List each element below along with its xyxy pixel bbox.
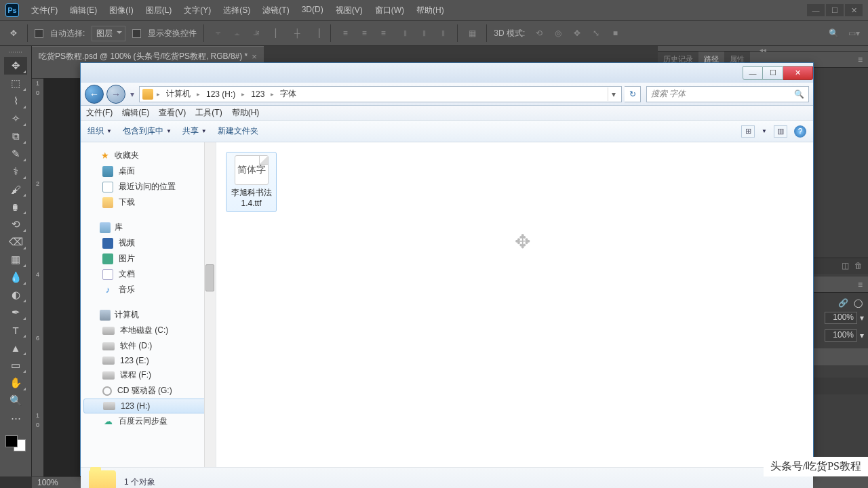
include-library-button[interactable]: 包含到库中▼ <box>123 125 172 137</box>
menu-help[interactable]: 帮助(H) <box>232 107 260 119</box>
menu-view[interactable]: 视图(V) <box>330 3 368 18</box>
fill-value[interactable]: 100% <box>825 329 857 342</box>
align-hcenter-icon[interactable]: ┼ <box>290 26 304 41</box>
mask-icon[interactable]: ◯ <box>854 298 863 304</box>
nav-history-dropdown[interactable]: ▾ <box>128 85 136 103</box>
menu-type[interactable]: 文字(Y) <box>178 3 216 18</box>
file-item-font[interactable]: 简体字 李旭科书法1.4.ttf <box>226 152 277 212</box>
delete-path-icon[interactable]: 🗑 <box>854 261 863 271</box>
explorer-titlebar[interactable]: — ☐ ✕ <box>81 63 813 83</box>
refresh-button[interactable]: ↻ <box>625 86 641 102</box>
menu-window[interactable]: 窗口(W) <box>370 3 410 18</box>
3d-drag-icon[interactable]: ✥ <box>570 26 585 41</box>
more-tools[interactable]: ⋯ <box>4 409 27 427</box>
healing-brush-tool[interactable]: ⚕ <box>4 163 27 180</box>
sidebar-item-pictures[interactable]: 图片 <box>81 251 216 266</box>
foreground-color[interactable] <box>5 435 18 447</box>
new-folder-button[interactable]: 新建文件夹 <box>218 125 258 137</box>
address-dropdown-icon[interactable]: ▾ <box>608 87 618 101</box>
chevron-right-icon[interactable]: ▸ <box>239 91 247 98</box>
move-tool[interactable]: ✥ <box>4 57 27 75</box>
ps-close-icon[interactable]: ✕ <box>845 4 863 16</box>
nav-back-button[interactable]: ← <box>85 85 104 104</box>
breadcrumb-computer[interactable]: 计算机 <box>163 87 193 101</box>
distribute-vcenter-icon[interactable]: ≡ <box>357 26 372 41</box>
explorer-close-button[interactable]: ✕ <box>783 66 813 80</box>
explorer-content[interactable]: 简体字 李旭科书法1.4.ttf ✥ <box>216 142 813 467</box>
sidebar-item-videos[interactable]: 视频 <box>81 235 216 251</box>
distribute-bottom-icon[interactable]: ≡ <box>376 26 391 41</box>
type-tool[interactable]: T <box>4 321 27 339</box>
distribute-hcenter-icon[interactable]: ⦀ <box>416 26 431 41</box>
workspace-icon[interactable]: ▭▾ <box>846 26 861 41</box>
history-brush-tool[interactable]: ⟲ <box>4 216 27 233</box>
menu-view[interactable]: 查看(V) <box>159 107 186 119</box>
sidebar-favorites[interactable]: ★收藏夹 <box>81 148 216 163</box>
link-icon[interactable]: 🔗 <box>838 298 848 304</box>
toolbox-grip-icon[interactable] <box>2 50 29 54</box>
sidebar-item-documents[interactable]: 文档 <box>81 266 216 282</box>
menu-edit[interactable]: 编辑(E) <box>64 3 102 18</box>
distribute-left-icon[interactable]: ⦀ <box>397 26 412 41</box>
ps-minimize-icon[interactable]: — <box>807 4 825 16</box>
align-bottom-icon[interactable]: ⫡ <box>249 26 264 41</box>
marquee-tool[interactable]: ⬚ <box>4 75 27 92</box>
sidebar-scrollbar[interactable] <box>204 142 216 467</box>
menu-3d[interactable]: 3D(D) <box>296 3 329 18</box>
magic-wand-tool[interactable]: ✧ <box>4 110 27 127</box>
dodge-tool[interactable]: ◐ <box>4 286 27 304</box>
align-vcenter-icon[interactable]: ⫠ <box>230 26 245 41</box>
zoom-level[interactable]: 100% <box>37 478 58 487</box>
sidebar-libraries[interactable]: 库 <box>81 220 216 235</box>
color-swatch[interactable] <box>5 431 26 451</box>
opacity-value[interactable]: 100% <box>825 312 857 324</box>
sidebar-item-downloads[interactable]: 下载 <box>81 195 216 210</box>
search-input[interactable]: 搜索 字体 🔍 <box>646 86 809 102</box>
sidebar-item-drive-e[interactable]: 123 (E:) <box>81 354 216 367</box>
sidebar-item-drive-g[interactable]: CD 驱动器 (G:) <box>81 383 216 399</box>
scrollbar-thumb[interactable] <box>205 264 214 291</box>
menu-file[interactable]: 文件(F) <box>86 107 113 119</box>
crop-tool[interactable]: ⧉ <box>4 127 27 145</box>
gradient-tool[interactable]: ▦ <box>4 251 27 268</box>
nav-forward-button[interactable]: → <box>106 85 125 104</box>
sidebar-item-drive-c[interactable]: 本地磁盘 (C:) <box>81 323 216 338</box>
search-icon[interactable]: 🔍 <box>794 89 804 99</box>
panel-menu-icon[interactable]: ≡ <box>852 52 868 67</box>
auto-select-dropdown[interactable]: 图层 <box>92 26 125 41</box>
clone-stamp-tool[interactable]: ⧯ <box>4 198 27 216</box>
close-tab-icon[interactable]: × <box>252 52 257 62</box>
ps-maximize-icon[interactable]: ☐ <box>826 4 844 16</box>
distribute-top-icon[interactable]: ≡ <box>338 26 353 41</box>
brush-tool[interactable]: 🖌 <box>4 180 27 198</box>
show-transform-checkbox[interactable] <box>132 29 141 38</box>
menu-file[interactable]: 文件(F) <box>26 3 63 18</box>
search-icon[interactable]: 🔍 <box>826 26 841 41</box>
pen-tool[interactable]: ✒ <box>4 304 27 321</box>
explorer-maximize-button[interactable]: ☐ <box>763 66 783 80</box>
3d-roll-icon[interactable]: ◎ <box>551 26 566 41</box>
breadcrumb-folder1[interactable]: 123 <box>248 88 267 100</box>
organize-button[interactable]: 组织▼ <box>87 125 112 137</box>
menu-edit[interactable]: 编辑(E) <box>122 107 149 119</box>
sidebar-item-drive-h[interactable]: 123 (H:) <box>83 399 213 413</box>
breadcrumb-drive[interactable]: 123 (H:) <box>203 88 238 100</box>
path-select-tool[interactable]: ▲ <box>4 339 27 357</box>
sidebar-item-baidu[interactable]: ☁百度云同步盘 <box>81 413 216 429</box>
3d-rotate-icon[interactable]: ⟲ <box>532 26 547 41</box>
distribute-right-icon[interactable]: ⦀ <box>435 26 450 41</box>
align-right-icon[interactable]: ▕ <box>309 26 323 41</box>
address-bar[interactable]: ▸ 计算机 ▸ 123 (H:) ▸ 123 ▸ 字体 ▾ <box>139 86 622 102</box>
align-left-icon[interactable]: ▏ <box>271 26 285 41</box>
sidebar-item-drive-d[interactable]: 软件 (D:) <box>81 338 216 354</box>
chevron-right-icon[interactable]: ▸ <box>195 91 202 98</box>
zoom-tool[interactable]: 🔍 <box>4 392 27 409</box>
chevron-right-icon[interactable]: ▸ <box>269 91 276 98</box>
menu-layer[interactable]: 图层(L) <box>140 3 178 18</box>
blur-tool[interactable]: 💧 <box>4 268 27 286</box>
3d-slide-icon[interactable]: ⤡ <box>589 26 604 41</box>
help-icon[interactable]: ? <box>794 125 806 138</box>
explorer-minimize-button[interactable]: — <box>743 66 763 80</box>
panel-menu-icon[interactable]: ≡ <box>852 277 868 292</box>
rectangle-tool[interactable]: ▭ <box>4 357 27 374</box>
